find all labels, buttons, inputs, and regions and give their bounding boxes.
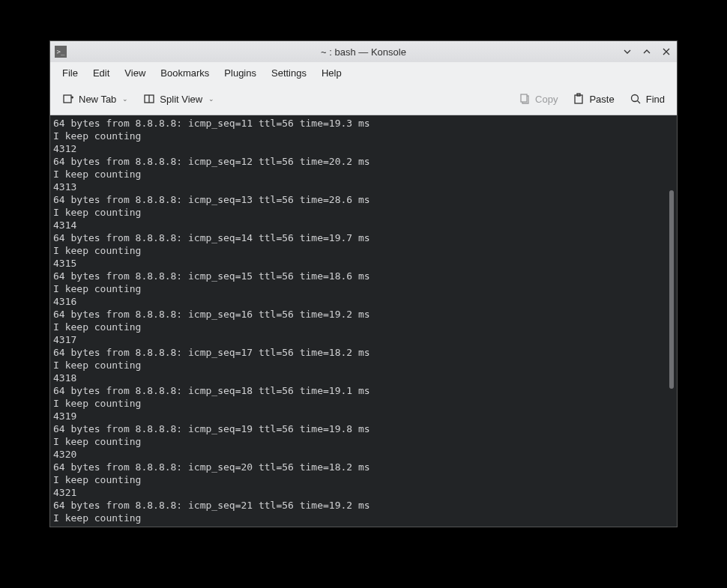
menu-edit[interactable]: Edit: [85, 64, 117, 82]
paste-icon: [573, 93, 585, 105]
new-tab-label: New Tab: [79, 94, 116, 105]
konsole-window: ~ : bash — Konsole File Edit View Bookma…: [49, 40, 678, 527]
menu-bookmarks[interactable]: Bookmarks: [153, 64, 217, 82]
chevron-down-icon: ⌄: [122, 95, 128, 103]
menu-plugins[interactable]: Plugins: [217, 64, 264, 82]
close-button[interactable]: [660, 46, 672, 58]
app-icon: [55, 46, 67, 58]
paste-button[interactable]: Paste: [568, 90, 618, 108]
menu-file[interactable]: File: [55, 64, 85, 82]
maximize-button[interactable]: [641, 46, 653, 58]
copy-label: Copy: [535, 94, 558, 105]
minimize-button[interactable]: [621, 46, 633, 58]
menu-settings[interactable]: Settings: [264, 64, 314, 82]
search-icon: [630, 93, 642, 105]
svg-rect-0: [64, 95, 71, 103]
window-controls: [621, 46, 672, 58]
scrollbar-thumb[interactable]: [669, 190, 674, 389]
menubar: File Edit View Bookmarks Plugins Setting…: [50, 62, 677, 83]
menu-help[interactable]: Help: [314, 64, 349, 82]
split-view-label: Split View: [160, 94, 202, 105]
find-button[interactable]: Find: [625, 90, 669, 108]
svg-point-5: [631, 95, 638, 102]
find-label: Find: [646, 94, 665, 105]
menu-view[interactable]: View: [117, 64, 153, 82]
window-title: ~ : bash — Konsole: [321, 46, 406, 58]
new-tab-button[interactable]: New Tab ⌄: [58, 90, 133, 108]
chevron-down-icon: ⌄: [208, 95, 214, 103]
new-tab-icon: [62, 93, 74, 105]
copy-icon: [519, 93, 531, 105]
toolbar: New Tab ⌄ Split View ⌄ Copy Paste: [50, 83, 677, 115]
titlebar: ~ : bash — Konsole: [50, 41, 677, 62]
svg-rect-2: [521, 94, 527, 102]
copy-button[interactable]: Copy: [514, 90, 562, 108]
split-view-button[interactable]: Split View ⌄: [139, 90, 219, 108]
terminal-area[interactable]: 64 bytes from 8.8.8.8: icmp_seq=11 ttl=5…: [50, 115, 677, 527]
paste-label: Paste: [589, 94, 614, 105]
terminal-output: 64 bytes from 8.8.8.8: icmp_seq=11 ttl=5…: [50, 115, 677, 526]
split-view-icon: [143, 93, 155, 105]
